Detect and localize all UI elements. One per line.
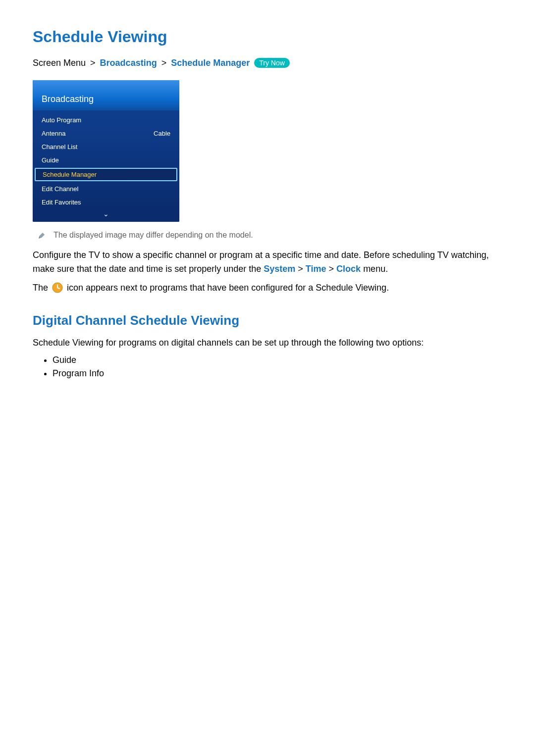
tv-item-schedule-manager[interactable]: Schedule Manager: [35, 168, 177, 181]
tv-item-label: Channel List: [42, 143, 77, 151]
list-item: Guide: [53, 355, 505, 365]
tv-item-label: Guide: [42, 156, 59, 164]
breadcrumb-sep: >: [90, 58, 96, 68]
tv-item-guide[interactable]: Guide: [33, 153, 179, 167]
tv-menu-body: Auto Program Antenna Cable Channel List …: [33, 110, 179, 222]
tv-item-edit-channel[interactable]: Edit Channel: [33, 182, 179, 196]
model-differ-note: The displayed image may differ depending…: [54, 231, 253, 240]
breadcrumb-sep: >: [161, 58, 167, 68]
clock-icon: [52, 282, 63, 293]
tv-item-channel-list[interactable]: Channel List: [33, 140, 179, 153]
para-text: menu.: [361, 264, 388, 274]
try-now-button[interactable]: Try Now: [254, 58, 290, 68]
nav-sep: >: [298, 264, 303, 274]
tv-item-label: Schedule Manager: [43, 171, 97, 178]
chevron-down-icon[interactable]: ⌄: [33, 209, 179, 222]
tv-item-auto-program[interactable]: Auto Program: [33, 113, 179, 127]
tv-menu-panel: Broadcasting Auto Program Antenna Cable …: [33, 80, 179, 222]
para-configure: Configure the TV to show a specific chan…: [33, 249, 505, 276]
nav-clock[interactable]: Clock: [336, 264, 361, 274]
tv-item-value: Cable: [154, 130, 170, 137]
options-list: Guide Program Info: [33, 355, 505, 379]
tv-item-edit-favorites[interactable]: Edit Favorites: [33, 196, 179, 209]
para-icon-appears: The icon appears next to programs that h…: [33, 281, 505, 295]
tv-item-label: Auto Program: [42, 116, 81, 124]
nav-system[interactable]: System: [264, 264, 295, 274]
breadcrumb-root: Screen Menu: [33, 58, 86, 68]
para-text: Configure the TV to show a specific chan…: [33, 250, 489, 274]
para-text: icon appears next to programs that have …: [67, 283, 389, 293]
tv-item-antenna[interactable]: Antenna Cable: [33, 127, 179, 140]
nav-time[interactable]: Time: [306, 264, 326, 274]
breadcrumb-broadcasting[interactable]: Broadcasting: [100, 58, 157, 68]
breadcrumb: Screen Menu > Broadcasting > Schedule Ma…: [33, 58, 505, 68]
section-digital-channel-title: Digital Channel Schedule Viewing: [33, 313, 505, 328]
para-text: The: [33, 283, 51, 293]
breadcrumb-schedule-manager[interactable]: Schedule Manager: [171, 58, 250, 68]
tv-item-label: Edit Favorites: [42, 199, 81, 206]
tv-menu-header: Broadcasting: [33, 80, 179, 110]
pencil-icon: [38, 232, 46, 240]
tv-item-label: Antenna: [42, 130, 65, 137]
list-item: Program Info: [53, 368, 505, 379]
tv-item-label: Edit Channel: [42, 185, 78, 193]
section-digital-channel-intro: Schedule Viewing for programs on digital…: [33, 336, 505, 350]
nav-sep: >: [329, 264, 334, 274]
page-title: Schedule Viewing: [33, 28, 505, 46]
